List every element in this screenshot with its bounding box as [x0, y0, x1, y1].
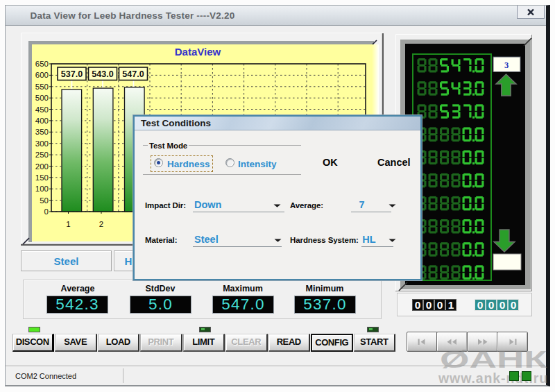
svg-text:3: 3 — [504, 60, 509, 70]
svg-text:2: 2 — [99, 220, 103, 228]
svg-text:1: 1 — [448, 299, 454, 311]
svg-text:500: 500 — [35, 94, 49, 102]
svg-text:0: 0 — [500, 299, 506, 311]
svg-text:0: 0 — [488, 299, 495, 311]
svg-text:0: 0 — [426, 299, 432, 311]
svg-text:100: 100 — [35, 185, 49, 193]
svg-text:300: 300 — [35, 139, 49, 148]
svg-text:600: 600 — [35, 71, 49, 79]
svg-text:450: 450 — [35, 105, 49, 114]
svg-text:537.0: 537.0 — [61, 69, 83, 79]
svg-text:1: 1 — [66, 220, 70, 228]
svg-text:550: 550 — [35, 83, 49, 91]
svg-text:0: 0 — [415, 299, 421, 311]
svg-text:DataView: DataView — [175, 46, 221, 58]
svg-text:400: 400 — [35, 117, 49, 125]
svg-text:650: 650 — [35, 60, 49, 68]
svg-text:0: 0 — [511, 299, 517, 311]
svg-text:0: 0 — [477, 299, 484, 311]
svg-text:250: 250 — [35, 151, 49, 159]
svg-text:350: 350 — [35, 128, 49, 136]
svg-text:547.0: 547.0 — [122, 69, 144, 79]
svg-text:0: 0 — [44, 207, 49, 216]
svg-text:150: 150 — [35, 173, 49, 182]
svg-text:50: 50 — [40, 196, 49, 205]
svg-text:200: 200 — [35, 162, 49, 171]
svg-text:543.0: 543.0 — [92, 69, 113, 79]
svg-text:0: 0 — [437, 299, 443, 311]
